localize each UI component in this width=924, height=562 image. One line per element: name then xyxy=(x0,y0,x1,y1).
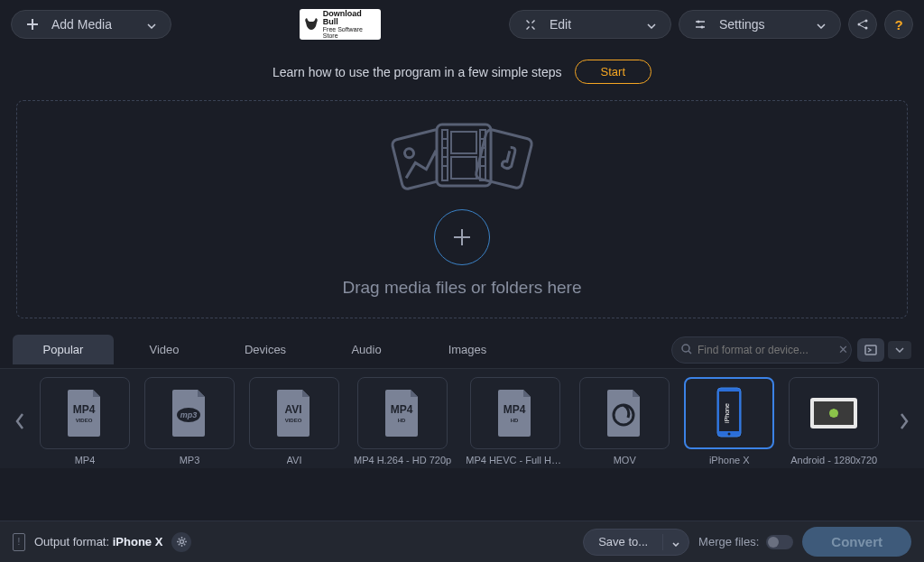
svg-point-1 xyxy=(701,26,704,29)
format-card: mp3 xyxy=(144,377,235,449)
svg-point-37 xyxy=(728,433,731,436)
tab-video[interactable]: Video xyxy=(114,335,215,364)
convert-button[interactable]: Convert xyxy=(802,527,911,557)
carousel-next-button[interactable] xyxy=(892,376,917,466)
format-label: MP3 xyxy=(180,455,200,465)
svg-point-6 xyxy=(403,148,414,159)
format-item[interactable]: AVIVIDEOAVI xyxy=(249,377,339,465)
output-format-label: Output format: iPhone X xyxy=(34,535,162,548)
help-button[interactable]: ? xyxy=(884,10,913,39)
tools-icon xyxy=(524,18,537,31)
panel-icon xyxy=(864,344,877,356)
add-media-label: Add Media xyxy=(51,17,112,32)
svg-text:MP4: MP4 xyxy=(391,403,413,416)
save-to-button[interactable]: Save to... xyxy=(583,529,689,556)
media-icons-illustration xyxy=(381,121,543,193)
svg-text:mp3: mp3 xyxy=(180,410,198,419)
add-media-button[interactable]: Add Media xyxy=(11,10,171,39)
svg-text:HD: HD xyxy=(398,418,406,423)
format-item[interactable]: MOV xyxy=(579,377,670,465)
svg-text:MP4: MP4 xyxy=(73,403,96,416)
svg-text:HD: HD xyxy=(511,418,519,423)
dropzone[interactable]: Drag media files or folders here xyxy=(16,100,908,318)
merge-toggle[interactable] xyxy=(766,535,793,549)
format-card xyxy=(579,377,670,449)
svg-text:AVI: AVI xyxy=(284,403,301,416)
format-item[interactable]: MP4VIDEOMP4 xyxy=(40,377,130,465)
edit-label: Edit xyxy=(550,17,571,32)
svg-point-43 xyxy=(835,408,836,410)
tutorial-text: Learn how to use the program in a few si… xyxy=(273,65,562,79)
tab-audio[interactable]: Audio xyxy=(316,335,417,364)
format-label: iPhone X xyxy=(709,455,750,465)
search-input[interactable] xyxy=(698,344,833,356)
format-card: MP4VIDEO xyxy=(40,377,130,449)
svg-point-42 xyxy=(831,408,833,410)
format-item[interactable]: MP4HDMP4 HEVC - Full HD 1... xyxy=(466,377,565,465)
edit-button[interactable]: Edit xyxy=(509,10,671,39)
svg-text:VIDEO: VIDEO xyxy=(76,418,93,423)
plus-icon xyxy=(450,226,474,249)
dropzone-text: Drag media files or folders here xyxy=(342,278,581,298)
clear-search-button[interactable]: ✕ xyxy=(838,343,848,356)
svg-point-21 xyxy=(682,345,689,352)
tab-images[interactable]: Images xyxy=(417,335,518,364)
format-card: MP4HD xyxy=(470,377,560,449)
format-label: MP4 HEVC - Full HD 1... xyxy=(466,455,565,465)
plus-icon xyxy=(26,18,39,31)
svg-rect-41 xyxy=(830,410,837,417)
share-button[interactable] xyxy=(848,10,877,39)
format-label: Android - 1280x720 xyxy=(790,455,877,465)
svg-text:VIDEO: VIDEO xyxy=(285,418,302,423)
toggle-panel-button[interactable] xyxy=(857,338,884,362)
svg-text:MP4: MP4 xyxy=(504,403,526,416)
settings-button[interactable]: Settings xyxy=(679,10,841,39)
svg-point-0 xyxy=(698,21,700,23)
format-item[interactable]: Android - 1280x720 xyxy=(789,377,879,465)
chevron-down-icon xyxy=(817,17,826,32)
format-label: MP4 xyxy=(75,455,96,465)
chevron-right-icon xyxy=(899,412,910,430)
chevron-down-icon xyxy=(647,17,656,32)
merge-files-control: Merge files: xyxy=(698,535,793,549)
chevron-down-icon xyxy=(895,347,904,353)
format-label: MOV xyxy=(614,455,636,465)
format-card: MP4HD xyxy=(357,377,448,449)
collapse-toggle[interactable] xyxy=(888,341,911,359)
format-label: AVI xyxy=(287,455,302,465)
chevron-down-icon xyxy=(662,534,688,550)
add-file-button[interactable] xyxy=(434,209,490,265)
output-format-value: iPhone X xyxy=(113,535,163,548)
carousel-prev-button[interactable] xyxy=(7,376,32,466)
start-tutorial-button[interactable]: Start xyxy=(575,60,651,84)
search-icon xyxy=(681,342,692,358)
format-label: MP4 H.264 - HD 720p xyxy=(354,455,451,465)
settings-label: Settings xyxy=(719,17,765,32)
format-card xyxy=(789,377,879,449)
format-card: iPhone xyxy=(684,377,774,449)
format-item[interactable]: mp3MP3 xyxy=(144,377,235,465)
svg-rect-7 xyxy=(437,124,491,186)
share-icon xyxy=(856,18,869,31)
question-icon: ? xyxy=(894,17,902,32)
bull-icon xyxy=(301,14,321,34)
svg-point-44 xyxy=(180,540,183,544)
format-item[interactable]: iPhoneiPhone X xyxy=(684,377,774,465)
sliders-icon xyxy=(694,18,707,31)
chevron-left-icon xyxy=(14,412,25,430)
tab-popular[interactable]: Popular xyxy=(13,335,114,364)
logo: Download BullFree Software Store xyxy=(300,9,381,40)
chevron-down-icon xyxy=(147,17,156,32)
gear-icon xyxy=(176,536,188,548)
svg-text:iPhone: iPhone xyxy=(724,403,730,423)
format-card: AVIVIDEO xyxy=(249,377,339,449)
tips-button[interactable]: ! xyxy=(13,533,25,551)
format-item[interactable]: MP4HDMP4 H.264 - HD 720p xyxy=(354,377,451,465)
output-settings-button[interactable] xyxy=(171,532,191,552)
search-box[interactable]: ✕ xyxy=(671,336,852,364)
tab-devices[interactable]: Devices xyxy=(215,335,316,364)
